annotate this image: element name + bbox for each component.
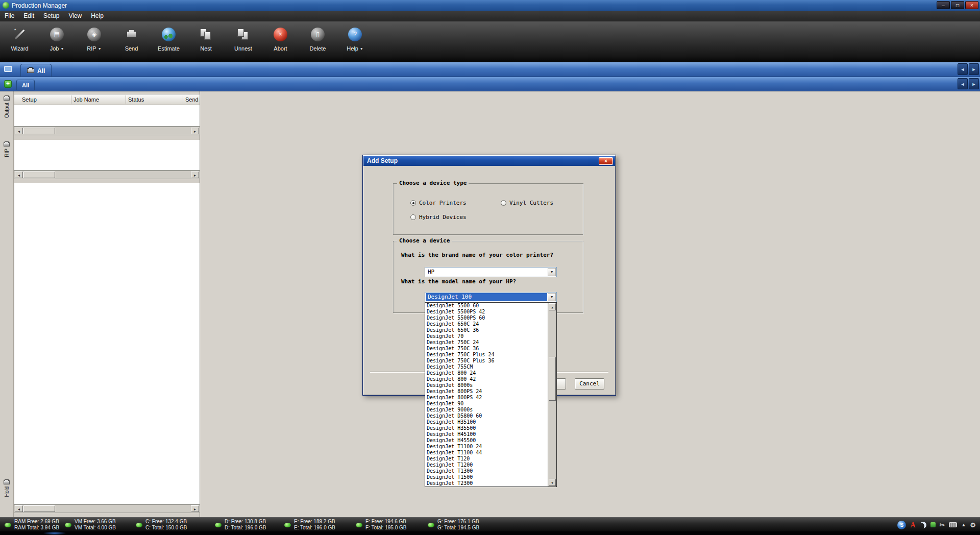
model-option[interactable]: DesignJet 8000s [425, 382, 548, 388]
tab-all-queue[interactable]: All [16, 80, 35, 90]
job-button[interactable]: ▤ Job▼ [38, 21, 76, 62]
radio-icon[interactable] [501, 200, 506, 206]
scroll-left-button[interactable]: ◄ [958, 63, 968, 75]
model-option[interactable]: DesignJet T2300 [425, 480, 548, 487]
fullwidth-moon-icon[interactable] [920, 522, 926, 528]
radio-color-printers[interactable]: Color Printers [410, 200, 467, 206]
menu-edit[interactable]: Edit [19, 11, 39, 21]
model-option[interactable]: DesignJet 5500 60 [425, 303, 548, 309]
combo-dropdown-icon[interactable]: ▼ [548, 293, 556, 301]
scrollbar-thumb[interactable] [23, 128, 55, 134]
section-rip[interactable]: RIP [0, 142, 13, 157]
model-option[interactable]: DesignJet 750C Plus 36 [425, 358, 548, 364]
column-setup[interactable]: Setup [22, 96, 37, 103]
radio-icon[interactable] [410, 214, 416, 220]
rip-hscrollbar[interactable]: ◄ ► [14, 171, 200, 179]
model-option[interactable]: DesignJet T1500 [425, 474, 548, 480]
hold-hscrollbar[interactable]: ◄ ► [14, 504, 200, 513]
model-option[interactable]: DesignJet 750C 36 [425, 346, 548, 352]
model-option[interactable]: DesignJet H45500 [425, 437, 548, 444]
unnest-button[interactable]: Unnest [225, 21, 262, 62]
scroll-left-button[interactable]: ◄ [958, 78, 968, 89]
wizard-button[interactable]: * Wizard [1, 21, 38, 62]
model-option[interactable]: DesignJet 5500PS 60 [425, 315, 548, 321]
scroll-left-arrow-icon[interactable]: ◄ [15, 505, 23, 512]
menu-file[interactable]: File [0, 11, 19, 21]
column-send[interactable]: Send [185, 96, 199, 103]
model-option[interactable]: DesignJet 750C 24 [425, 339, 548, 346]
maximize-button[interactable]: □ [951, 1, 964, 9]
menu-view[interactable]: View [64, 11, 86, 21]
menu-help[interactable]: Help [86, 11, 108, 21]
output-hscrollbar[interactable]: ◄ ► [14, 127, 200, 135]
scroll-right-arrow-icon[interactable]: ► [191, 128, 199, 134]
scrollbar-thumb[interactable] [23, 172, 55, 178]
radio-hybrid-devices[interactable]: Hybrid Devices [410, 214, 467, 221]
toolbox-icon[interactable]: ⚙ [970, 521, 976, 529]
combo-dropdown-icon[interactable]: ▼ [548, 268, 556, 276]
radio-vinyl-cutters[interactable]: Vinyl Cutters [501, 200, 553, 206]
ime-logo-icon[interactable]: S [897, 521, 906, 529]
tab-all-setups[interactable]: All [20, 64, 52, 77]
model-option[interactable]: DesignJet T1100 24 [425, 444, 548, 450]
model-option[interactable]: DesignJet T1100 44 [425, 450, 548, 456]
show-hidden-icons-icon[interactable]: ▲ [961, 522, 966, 527]
scroll-right-arrow-icon[interactable]: ► [191, 172, 199, 178]
model-option[interactable]: DesignJet H35500 [425, 425, 548, 431]
model-option[interactable]: DesignJet 5500PS 42 [425, 309, 548, 315]
scroll-right-arrow-icon[interactable]: ► [191, 505, 199, 512]
windows-taskbar-edge[interactable] [0, 531, 980, 535]
scroll-left-arrow-icon[interactable]: ◄ [15, 128, 23, 134]
brand-combobox[interactable]: HP ▼ [425, 267, 557, 277]
column-status[interactable]: Status [128, 96, 144, 103]
dropdown-vscrollbar[interactable]: ▲ ▼ [548, 303, 556, 487]
rip-button[interactable]: ◈ RIP▼ [76, 21, 113, 62]
status-green-icon[interactable] [930, 522, 936, 527]
scissors-icon[interactable]: ✂ [940, 521, 945, 529]
minimize-button[interactable]: – [937, 1, 950, 9]
model-option[interactable]: DesignJet D5800 60 [425, 413, 548, 419]
close-button[interactable]: × [965, 1, 978, 9]
model-option[interactable]: DesignJet 650C 36 [425, 327, 548, 333]
help-button[interactable]: ? Help▼ [336, 21, 374, 62]
model-option[interactable]: DesignJet 755CM [425, 364, 548, 370]
scroll-right-button[interactable]: ► [969, 78, 979, 89]
model-option[interactable]: DesignJet 800PS 24 [425, 388, 548, 395]
radio-selected-icon[interactable] [410, 200, 416, 206]
hold-job-rows[interactable] [14, 183, 200, 504]
column-job-name[interactable]: Job Name [74, 96, 99, 103]
start-button-glow[interactable] [43, 531, 66, 535]
add-tab-button[interactable]: + [4, 80, 12, 88]
virtual-keyboard-icon[interactable] [949, 522, 957, 527]
scrollbar-thumb[interactable] [23, 505, 55, 512]
nest-button[interactable]: Nest [187, 21, 225, 62]
send-button[interactable]: Send [113, 21, 150, 62]
model-option[interactable]: DesignJet T1200 [425, 462, 548, 468]
model-option[interactable]: DesignJet 750C Plus 24 [425, 352, 548, 358]
model-combobox[interactable]: DesignJet 100 ▼ [425, 292, 557, 302]
dialog-close-button[interactable]: × [599, 157, 613, 165]
model-option[interactable]: DesignJet 800PS 42 [425, 395, 548, 401]
english-mode-icon[interactable]: A [910, 521, 915, 529]
dialog-title-bar[interactable]: Add Setup × [363, 156, 615, 166]
scroll-left-arrow-icon[interactable]: ◄ [15, 172, 23, 178]
estimate-button[interactable]: Estimate [150, 21, 187, 62]
cancel-button[interactable]: Cancel [575, 378, 604, 390]
menu-setup[interactable]: Setup [39, 11, 64, 21]
model-option[interactable]: DesignJet T120 [425, 456, 548, 462]
model-option[interactable]: DesignJet 70 [425, 333, 548, 339]
model-option[interactable]: DesignJet H45100 [425, 431, 548, 437]
section-hold[interactable]: Hold [0, 480, 13, 497]
scroll-right-button[interactable]: ► [969, 63, 979, 75]
model-option[interactable]: DesignJet 800 42 [425, 376, 548, 382]
scroll-up-arrow-icon[interactable]: ▲ [549, 303, 556, 310]
monitor-icon[interactable] [4, 66, 12, 72]
model-option[interactable]: DesignJet T1300 [425, 468, 548, 474]
model-option[interactable]: DesignJet 9000s [425, 407, 548, 413]
scroll-down-arrow-icon[interactable]: ▼ [549, 479, 556, 486]
model-option[interactable]: DesignJet 90 [425, 401, 548, 407]
output-job-rows[interactable] [14, 105, 200, 127]
scrollbar-thumb[interactable] [549, 357, 556, 401]
delete-button[interactable]: ▯ Delete [299, 21, 336, 62]
model-option[interactable]: DesignJet 650C 24 [425, 321, 548, 327]
